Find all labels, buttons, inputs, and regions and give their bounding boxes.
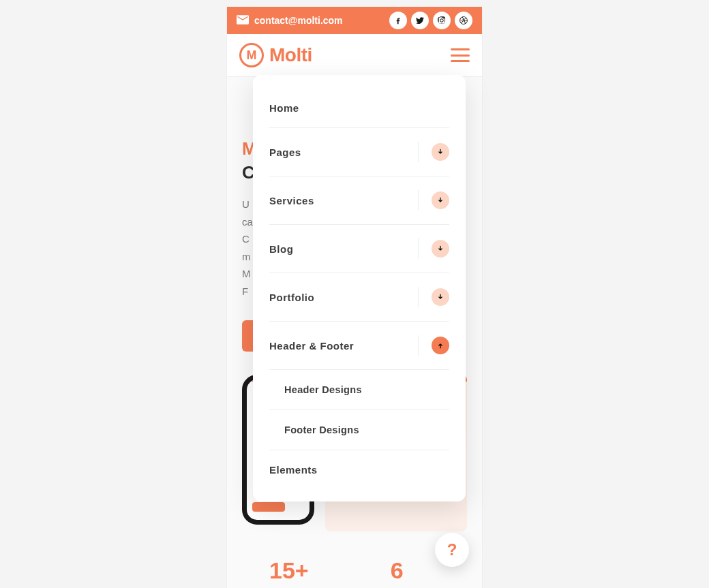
site-header: M Molti [227, 34, 482, 77]
social-icons [389, 12, 472, 29]
nav-item-blog[interactable]: Blog [269, 225, 449, 273]
expand-toggle[interactable] [418, 190, 449, 211]
phone-mock-button [252, 502, 285, 512]
nav-item-pages[interactable]: Pages [269, 128, 449, 176]
nav-item-services[interactable]: Services [269, 176, 449, 225]
brand-logo[interactable]: M Molti [239, 43, 312, 67]
stat-value-2: 6 [391, 557, 404, 584]
submenu-header-footer: Header Designs Footer Designs [269, 370, 449, 450]
stat-value-1: 15+ [269, 557, 309, 584]
contact-email[interactable]: contact@molti.com [237, 15, 343, 27]
facebook-icon[interactable] [389, 12, 407, 29]
logo-mark-icon: M [239, 43, 264, 67]
twitter-icon[interactable] [411, 12, 429, 29]
logo-text: Molti [269, 44, 312, 66]
question-icon: ? [447, 540, 457, 559]
contact-email-text: contact@molti.com [254, 15, 343, 26]
nav-subitem-header-designs[interactable]: Header Designs [269, 370, 449, 410]
dribbble-icon[interactable] [455, 12, 472, 29]
top-contact-bar: contact@molti.com [227, 7, 482, 34]
expand-toggle[interactable] [418, 335, 449, 356]
nav-item-home[interactable]: Home [269, 90, 449, 128]
menu-toggle-icon[interactable] [451, 48, 470, 62]
nav-item-portfolio[interactable]: Portfolio [269, 273, 449, 322]
stats-row: 15+ 6 [242, 557, 467, 584]
expand-toggle[interactable] [418, 287, 449, 307]
envelope-icon [237, 15, 249, 27]
nav-item-header-footer[interactable]: Header & Footer [269, 322, 449, 370]
chevron-down-icon [432, 143, 449, 161]
instagram-icon[interactable] [433, 12, 451, 29]
expand-toggle[interactable] [418, 142, 449, 162]
nav-subitem-footer-designs[interactable]: Footer Designs [269, 410, 449, 450]
nav-item-elements[interactable]: Elements [269, 450, 449, 482]
help-button[interactable]: ? [435, 533, 469, 567]
mobile-nav-menu: Home Pages Services Blog [253, 75, 466, 501]
expand-toggle[interactable] [418, 238, 449, 259]
chevron-down-icon [432, 191, 449, 209]
chevron-down-icon [432, 240, 449, 258]
chevron-down-icon [432, 288, 449, 306]
chevron-up-icon [432, 337, 449, 354]
